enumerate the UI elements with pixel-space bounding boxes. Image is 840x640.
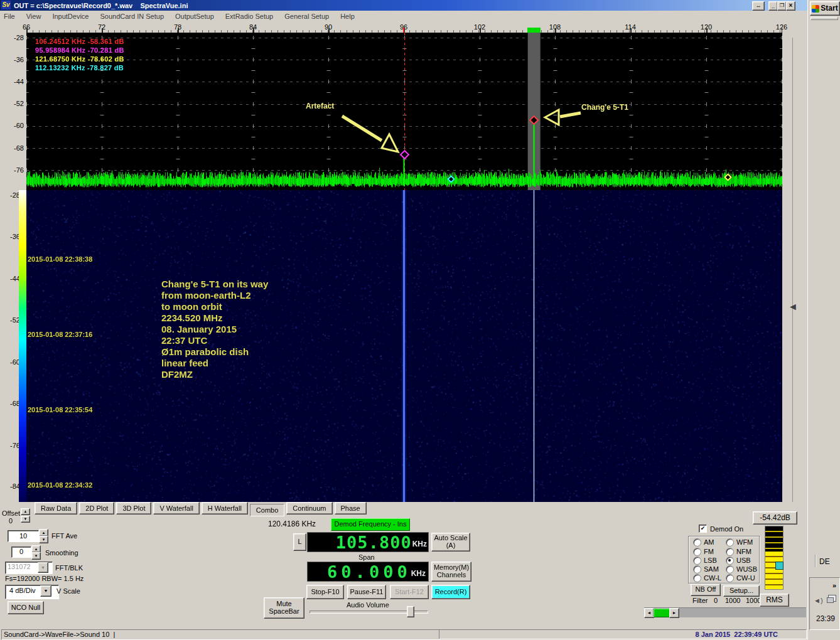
- radio-wusb-label: WUSB: [736, 565, 757, 573]
- filter-value-2: 1000: [725, 597, 740, 604]
- menu-outputsetup[interactable]: OutputSetup: [175, 13, 214, 20]
- span-display[interactable]: 60.000 KHz: [307, 562, 429, 582]
- app-icon: Sv: [1, 1, 11, 9]
- radio-lsb-label: LSB: [704, 557, 717, 564]
- tray-network-icon[interactable]: [827, 597, 834, 604]
- radio-wusb[interactable]: [726, 565, 734, 573]
- tab-combo[interactable]: Combo: [250, 504, 284, 516]
- db-tick: -36: [5, 56, 24, 63]
- audio-volume-label: Audio Volume: [347, 601, 389, 609]
- resize-button[interactable]: ↔: [752, 1, 765, 11]
- right-slider-handle[interactable]: ◄: [785, 300, 801, 314]
- smoothing-spin-down[interactable]: ▼: [31, 552, 41, 560]
- setup-button[interactable]: Setup...: [723, 585, 760, 597]
- radio-cwl-label: CW-L: [704, 574, 721, 582]
- smoothing-input[interactable]: 0: [11, 547, 31, 558]
- menu-file[interactable]: File: [4, 13, 15, 20]
- radio-usb[interactable]: [726, 557, 734, 565]
- menu-bar: File View InputDevice SoundCard IN Setup…: [0, 11, 811, 21]
- menu-general-setup[interactable]: General Setup: [284, 13, 329, 20]
- scrollbar-left-arrow[interactable]: ◄: [644, 608, 654, 618]
- start-button[interactable]: Start: [810, 1, 840, 16]
- radio-cwl[interactable]: [693, 574, 701, 582]
- menu-soundcard-in-setup[interactable]: SoundCard IN Setup: [100, 13, 164, 20]
- demod-band-handle[interactable]: [527, 28, 541, 33]
- restore-button[interactable]: ❒: [777, 1, 787, 11]
- tray-volume-icon[interactable]: ◄): [814, 597, 823, 604]
- spectrum-plot[interactable]: [26, 33, 782, 190]
- tray-clock[interactable]: 23:39: [816, 614, 835, 623]
- scrollbar-thumb[interactable]: [654, 609, 670, 617]
- fft-blk-label: FFT/BLK: [55, 564, 83, 572]
- annotation-artefact: Artefact: [306, 102, 334, 110]
- fft-ave-input[interactable]: 10: [8, 530, 39, 542]
- level-meter-thumb[interactable]: [775, 562, 783, 570]
- tab-3d-plot[interactable]: 3D Plot: [116, 502, 151, 515]
- db-tick: -36: [1, 233, 20, 240]
- rms-button[interactable]: RMS: [760, 594, 789, 607]
- close-button[interactable]: ×: [786, 1, 795, 11]
- offset-spin-up[interactable]: ▲: [21, 508, 30, 515]
- signal-level-display[interactable]: -54.42dB: [753, 511, 797, 525]
- menu-view[interactable]: View: [26, 13, 41, 20]
- nco-null-button[interactable]: NCO Null: [8, 601, 44, 614]
- cursor-axis-tick: [403, 28, 404, 33]
- tab-continuum[interactable]: Continuum: [286, 502, 332, 515]
- demod-frequency-button[interactable]: Demod Frequency - Ins: [331, 518, 410, 531]
- status-bar-right: 8 Jan 2015 22:39:49 UTC: [439, 629, 807, 639]
- memory-channels-button[interactable]: Memory(M)Channels: [431, 562, 471, 582]
- fft-ave-spin-down[interactable]: ▼: [39, 536, 48, 543]
- fs-rbw-label: Fs=192000 RBW= 1.5 Hz: [5, 575, 83, 582]
- radio-wfm[interactable]: [726, 538, 734, 547]
- taskbar-grip[interactable]: [810, 17, 838, 20]
- auto-scale-button[interactable]: Auto Scale(A): [431, 533, 470, 552]
- menu-extradio-setup[interactable]: ExtRadio Setup: [225, 13, 273, 20]
- stop-button[interactable]: Stop-F10: [306, 585, 344, 599]
- radio-lsb[interactable]: [693, 557, 701, 565]
- tab-phase[interactable]: Phase: [335, 502, 367, 515]
- minimize-button[interactable]: _: [768, 1, 778, 11]
- radio-nfm[interactable]: [726, 548, 734, 556]
- demod-on-label: Demod On: [710, 525, 743, 533]
- waterfall-plot[interactable]: [26, 190, 782, 502]
- spectravue-window: Sv OUT = c:\Spectravue\Record0_*.wav Spe…: [0, 0, 807, 640]
- fft-blk-dropdown-icon[interactable]: ▼: [38, 562, 48, 573]
- radio-sam[interactable]: [693, 565, 701, 573]
- nb-off-button[interactable]: NB Off: [691, 584, 721, 596]
- vscale-dropdown-icon[interactable]: ▼: [40, 585, 51, 597]
- observation-note: Chang'e 5-T1 on its way from moon-earth-…: [161, 279, 268, 380]
- scrollbar-right-arrow[interactable]: ►: [669, 608, 679, 618]
- tab-2d-plot[interactable]: 2D Plot: [79, 502, 114, 515]
- record-button[interactable]: Record(R): [431, 585, 470, 599]
- waterfall-timestamp: 2015-01-08 22:38:38: [28, 255, 92, 263]
- radio-cwu-label: CW-U: [736, 574, 755, 582]
- horizontal-scrollbar: ◄ ►: [644, 607, 806, 617]
- demod-frequency-display[interactable]: 105.800 KHz: [307, 532, 429, 552]
- offset-spin-down[interactable]: ▼: [21, 516, 30, 523]
- level-meter[interactable]: [765, 526, 783, 590]
- waterfall-timestamp: 2015-01-08 22:34:32: [28, 481, 92, 489]
- mouse-freq-label: 120.4186 KHz: [268, 520, 316, 528]
- pause-button[interactable]: Pause-F11: [347, 585, 386, 599]
- radio-fm[interactable]: [693, 548, 701, 556]
- language-indicator[interactable]: DE: [819, 557, 830, 566]
- lock-button[interactable]: L: [293, 533, 306, 551]
- right-slider-track: [792, 38, 793, 502]
- tab-raw-data[interactable]: Raw Data: [35, 502, 77, 515]
- audio-volume-thumb[interactable]: [407, 606, 414, 617]
- start-button[interactable]: Start-F12: [390, 585, 429, 599]
- tray-chevron-icon[interactable]: »: [832, 582, 836, 589]
- mute-button[interactable]: MuteSpaceBar: [264, 597, 304, 619]
- menu-inputdevice[interactable]: InputDevice: [52, 13, 89, 20]
- tab-v-waterfall[interactable]: V Waterfall: [153, 502, 199, 515]
- menu-help[interactable]: Help: [340, 13, 355, 20]
- title-bar[interactable]: Sv OUT = c:\Spectravue\Record0_*.wav Spe…: [0, 0, 807, 11]
- tab-h-waterfall[interactable]: H Waterfall: [202, 502, 248, 515]
- demod-on-checkbox[interactable]: ✔: [699, 525, 707, 533]
- screen: Sv OUT = c:\Spectravue\Record0_*.wav Spe…: [0, 0, 840, 640]
- radio-am[interactable]: [693, 538, 701, 547]
- offset-label: Offset: [2, 509, 20, 517]
- span-label: Span: [358, 553, 375, 561]
- status-bar-left: SoundCard->WaveFile->Sound 10 |: [1, 629, 440, 640]
- radio-cwu[interactable]: [726, 574, 734, 582]
